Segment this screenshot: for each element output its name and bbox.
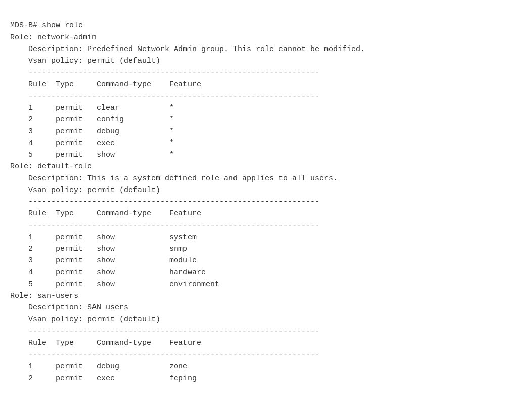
terminal-line-role3-r2: 2 permit exec fcping bbox=[10, 372, 505, 384]
terminal-line-role2-sep1: ----------------------------------------… bbox=[10, 196, 505, 208]
terminal-line-role1-desc: Description: Predefined Network Admin gr… bbox=[10, 43, 505, 55]
terminal-line-role3-col: Rule Type Command-type Feature bbox=[10, 337, 505, 349]
terminal-line-role3-r1: 1 permit debug zone bbox=[10, 361, 505, 372]
terminal-line-role2-desc: Description: This is a system defined ro… bbox=[10, 173, 505, 184]
terminal-line-role2-r4: 4 permit show hardware bbox=[10, 267, 505, 278]
terminal-line-role2-r1: 1 permit show system bbox=[10, 231, 505, 243]
terminal-line-role1-vsan: Vsan policy: permit (default) bbox=[10, 55, 505, 67]
terminal-line-role1-r4: 4 permit exec * bbox=[10, 137, 505, 149]
terminal-line-role3-vsan: Vsan policy: permit (default) bbox=[10, 314, 505, 325]
terminal-line-role3-sep1: ----------------------------------------… bbox=[10, 325, 505, 337]
terminal-line-role2-r5: 5 permit show environment bbox=[10, 278, 505, 290]
terminal-line-role2-header: Role: default-role bbox=[10, 161, 505, 172]
terminal-line-role1-header: Role: network-admin bbox=[10, 32, 505, 43]
terminal-line-role3-header: Role: san-users bbox=[10, 290, 505, 302]
terminal-line-role1-r1: 1 permit clear * bbox=[10, 102, 505, 114]
terminal-line-role2-r2: 2 permit show snmp bbox=[10, 243, 505, 255]
terminal-line-role2-sep2: ----------------------------------------… bbox=[10, 220, 505, 231]
terminal-line-role1-sep1: ----------------------------------------… bbox=[10, 67, 505, 78]
terminal-line-role1-r2: 2 permit config * bbox=[10, 114, 505, 125]
terminal-line-role1-sep2: ----------------------------------------… bbox=[10, 90, 505, 102]
terminal-line-cmd: MDS-B# show role bbox=[10, 20, 505, 31]
terminal-line-role2-r3: 3 permit show module bbox=[10, 255, 505, 266]
terminal-line-role2-vsan: Vsan policy: permit (default) bbox=[10, 184, 505, 196]
terminal-line-role3-desc: Description: SAN users bbox=[10, 302, 505, 313]
terminal-line-role1-r3: 3 permit debug * bbox=[10, 126, 505, 137]
terminal-output: MDS-B# show roleRole: network-admin Desc… bbox=[10, 8, 505, 384]
terminal-line-role1-r5: 5 permit show * bbox=[10, 149, 505, 161]
terminal-line-role3-sep2: ----------------------------------------… bbox=[10, 349, 505, 360]
terminal-line-role1-col: Rule Type Command-type Feature bbox=[10, 79, 505, 90]
terminal-line-role2-col: Rule Type Command-type Feature bbox=[10, 208, 505, 219]
